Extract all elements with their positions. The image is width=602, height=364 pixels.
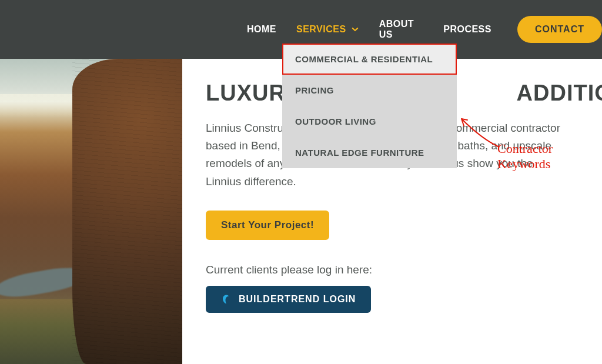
nav-item-home[interactable]: HOME: [247, 24, 276, 35]
chevron-down-icon: [351, 25, 359, 34]
nav-label: ABOUT US: [379, 19, 424, 40]
dropdown-item-pricing[interactable]: PRICING: [282, 75, 457, 106]
dropdown-item-label: COMMERCIAL & RESIDENTIAL: [295, 54, 433, 64]
hero-image: [0, 59, 182, 364]
nav-item-process[interactable]: PROCESS: [443, 24, 491, 35]
nav-item-services[interactable]: SERVICES: [296, 24, 359, 35]
dropdown-item-commercial-residential[interactable]: COMMERCIAL & RESIDENTIAL: [282, 44, 457, 75]
cta-label: Start Your Project!: [221, 219, 314, 231]
dropdown-item-natural-edge-furniture[interactable]: NATURAL EDGE FURNITURE: [282, 137, 457, 168]
contact-button[interactable]: CONTACT: [517, 16, 602, 43]
login-note: Current clients please log in here:: [206, 263, 602, 276]
nav-item-about[interactable]: ABOUT US: [379, 19, 424, 40]
services-dropdown: COMMERCIAL & RESIDENTIAL PRICING OUTDOOR…: [282, 44, 457, 168]
dropdown-item-outdoor-living[interactable]: OUTDOOR LIVING: [282, 106, 457, 137]
nav-label: SERVICES: [296, 24, 346, 35]
dropdown-item-label: OUTDOOR LIVING: [295, 116, 376, 126]
buildertrend-logo-icon: [221, 294, 232, 305]
contact-label: CONTACT: [535, 24, 584, 34]
nav-label: HOME: [247, 24, 276, 35]
login-button-label: BUILDERTREND LOGIN: [239, 294, 356, 305]
start-project-button[interactable]: Start Your Project!: [206, 211, 329, 240]
buildertrend-login-button[interactable]: BUILDERTREND LOGIN: [206, 286, 371, 313]
dropdown-item-label: PRICING: [295, 85, 334, 95]
nav-label: PROCESS: [443, 24, 491, 35]
dropdown-item-label: NATURAL EDGE FURNITURE: [295, 148, 424, 158]
